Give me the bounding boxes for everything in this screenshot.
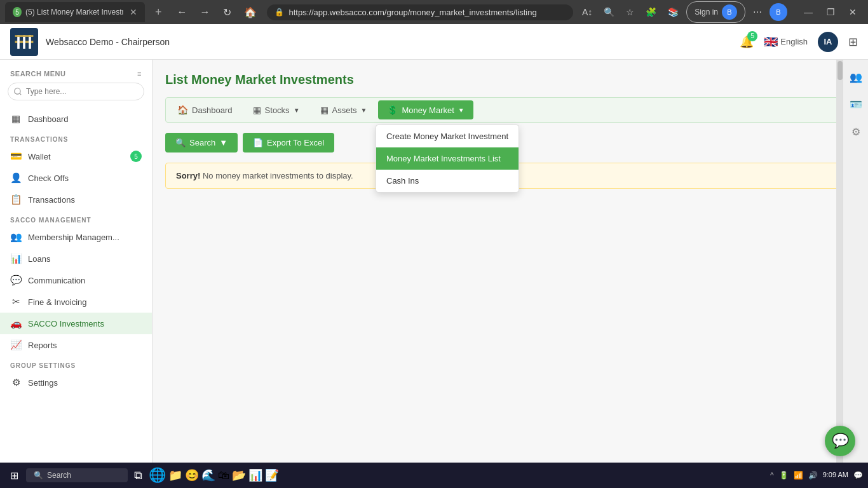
app-header: Websacco Demo - Chairperson 🔔 5 🇬🇧 Engli… bbox=[0, 24, 868, 60]
translate-button[interactable]: A↕ bbox=[578, 4, 596, 20]
support-chat-button[interactable]: 💬 bbox=[825, 426, 855, 456]
scrollbar-track[interactable] bbox=[836, 60, 843, 488]
browser-tab[interactable]: 5 (5) List Money Market Investmen ✕ bbox=[5, 2, 145, 22]
checkoffs-icon: 👤 bbox=[10, 172, 22, 184]
sacco-investments-label: SACCO Investments bbox=[28, 319, 142, 329]
taskbar-files-icon[interactable]: 📁 bbox=[168, 468, 182, 482]
taskbar-search-label: Search bbox=[47, 471, 71, 480]
taskbar-edge-icon[interactable]: 🌊 bbox=[201, 468, 215, 482]
maximize-button[interactable]: ❐ bbox=[820, 4, 841, 20]
browser-actions: A↕ 🔍 ☆ 🧩 📚 Sign in B ⋯ B bbox=[578, 1, 787, 23]
transactions-label: Transactions bbox=[28, 195, 142, 205]
reload-button[interactable]: ↻ bbox=[218, 4, 236, 21]
loans-label: Loans bbox=[28, 254, 142, 264]
collection-button[interactable]: 📚 bbox=[664, 4, 682, 20]
sidebar-item-fine-invoicing[interactable]: ✂ Fine & Invoicing bbox=[0, 291, 152, 313]
svg-rect-3 bbox=[23, 35, 25, 49]
sidebar-item-label: Dashboard bbox=[28, 114, 142, 124]
taskbar-word-icon[interactable]: 📝 bbox=[265, 468, 279, 482]
side-panel-card-icon[interactable]: 🪪 bbox=[846, 95, 866, 114]
sidebar-item-transactions[interactable]: 📋 Transactions bbox=[0, 189, 152, 210]
side-panel-settings-icon[interactable]: ⚙ bbox=[848, 122, 864, 142]
nav-money-market[interactable]: 💲 Money Market ▼ bbox=[378, 100, 473, 119]
lang-label: English bbox=[780, 37, 808, 46]
forward-button[interactable]: → bbox=[195, 4, 215, 20]
dropdown-cash-ins[interactable]: Cash Ins bbox=[376, 170, 519, 192]
language-selector[interactable]: 🇬🇧 English bbox=[764, 35, 808, 49]
zoom-button[interactable]: 🔍 bbox=[600, 4, 618, 20]
user-initials: IA bbox=[824, 37, 832, 46]
flag-icon: 🇬🇧 bbox=[764, 35, 778, 49]
notification-badge: 5 bbox=[747, 31, 757, 41]
taskbar-right: ^ 🔋 📶 🔊 9:09 AM 💬 bbox=[770, 470, 863, 480]
taskbar-emoji-icon[interactable]: 😊 bbox=[185, 468, 199, 482]
nav-dashboard-label: Dashboard bbox=[192, 105, 233, 115]
nav-assets[interactable]: ▦ Assets ▼ bbox=[311, 100, 376, 119]
search-chevron-icon: ▼ bbox=[219, 138, 227, 147]
side-panel-users-icon[interactable]: 👥 bbox=[846, 67, 866, 87]
nav-assets-icon: ▦ bbox=[320, 105, 329, 115]
export-excel-button[interactable]: 📄 Export To Excel bbox=[243, 133, 334, 152]
taskbar-task-view[interactable]: ⧉ bbox=[130, 466, 146, 485]
dropdown-create-investment[interactable]: Create Money Market Investment bbox=[376, 125, 519, 147]
taskbar-excel-icon[interactable]: 📊 bbox=[248, 468, 262, 482]
taskbar-wifi-icon: 📶 bbox=[794, 471, 803, 480]
start-button[interactable]: ⊞ bbox=[5, 467, 24, 484]
search-input-wrap bbox=[0, 83, 152, 108]
sidebar-item-loans[interactable]: 📊 Loans bbox=[0, 248, 152, 269]
search-button[interactable]: 🔍 Search ▼ bbox=[165, 133, 238, 152]
star-button[interactable]: ☆ bbox=[622, 4, 638, 20]
sidebar-item-wallet[interactable]: 💳 Wallet 5 bbox=[0, 146, 152, 167]
group-settings-section-label: GROUP SETTINGS bbox=[0, 356, 152, 372]
settings-icon: ⚙ bbox=[10, 377, 22, 388]
window-controls: — ❐ ✕ bbox=[797, 4, 863, 20]
export-icon: 📄 bbox=[253, 138, 263, 147]
home-button[interactable]: 🏠 bbox=[239, 4, 262, 21]
nav-stocks[interactable]: ▦ Stocks ▼ bbox=[244, 100, 309, 119]
search-icon: 🔍 bbox=[175, 138, 186, 147]
search-section-title: SEARCH MENU bbox=[10, 70, 65, 78]
taskbar-search[interactable]: 🔍 Search bbox=[26, 468, 128, 482]
scrollbar-thumb[interactable] bbox=[837, 61, 843, 80]
sidebar-item-dashboard[interactable]: ▦ Dashboard bbox=[0, 108, 152, 130]
nav-stocks-label: Stocks bbox=[265, 105, 290, 115]
dropdown-investments-list[interactable]: Money Market Investments List bbox=[376, 147, 519, 170]
browser-controls: ← → ↻ 🏠 bbox=[172, 4, 262, 21]
tab-close-button[interactable]: ✕ bbox=[130, 7, 137, 17]
taskbar-chrome-icon[interactable]: 🌐 bbox=[149, 467, 166, 484]
search-input[interactable] bbox=[8, 83, 144, 100]
taskbar-folder-icon[interactable]: 📂 bbox=[232, 468, 246, 482]
new-tab-button[interactable]: + bbox=[150, 3, 167, 22]
svg-rect-2 bbox=[17, 35, 20, 49]
taskbar-notification-icon[interactable]: 💬 bbox=[853, 471, 863, 480]
taskbar-chevron-icon[interactable]: ^ bbox=[770, 471, 774, 480]
nav-dashboard-icon: 🏠 bbox=[177, 105, 188, 115]
wallet-icon: 💳 bbox=[10, 151, 22, 162]
sidebar-item-membership[interactable]: 👥 Membership Managem... bbox=[0, 226, 152, 248]
apps-grid-icon[interactable]: ⊞ bbox=[848, 35, 858, 49]
taskbar-time[interactable]: 9:09 AM bbox=[823, 470, 848, 480]
taskbar-store-icon[interactable]: 🛍 bbox=[218, 469, 229, 482]
sign-in-label: Sign in bbox=[695, 8, 718, 17]
sidebar-item-sacco-investments[interactable]: 🚗 SACCO Investments bbox=[0, 313, 152, 334]
sidebar-item-communication[interactable]: 💬 Communication bbox=[0, 269, 152, 291]
sidebar-item-reports[interactable]: 📈 Reports bbox=[0, 334, 152, 356]
extensions-button[interactable]: 🧩 bbox=[642, 4, 660, 20]
user-avatar[interactable]: IA bbox=[818, 32, 838, 52]
menu-toggle-icon[interactable]: ≡ bbox=[137, 70, 142, 78]
sidebar-item-checkoffs[interactable]: 👤 Check Offs bbox=[0, 167, 152, 189]
reports-icon: 📈 bbox=[10, 339, 22, 351]
taskbar-sound-icon: 🔊 bbox=[808, 471, 818, 480]
address-bar[interactable]: 🔒 https://app.websacco.com/group/money_m… bbox=[267, 4, 573, 20]
more-button[interactable]: ⋯ bbox=[749, 4, 766, 20]
nav-stocks-icon: ▦ bbox=[253, 105, 261, 115]
communication-label: Communication bbox=[28, 276, 142, 285]
sign-in-button[interactable]: Sign in B bbox=[686, 1, 745, 23]
nav-dashboard[interactable]: 🏠 Dashboard bbox=[168, 100, 241, 119]
notifications-button[interactable]: 🔔 5 bbox=[740, 35, 754, 49]
edge-user-icon: B bbox=[770, 3, 787, 21]
minimize-button[interactable]: — bbox=[797, 4, 819, 20]
sidebar-item-settings[interactable]: ⚙ Settings bbox=[0, 372, 152, 393]
close-button[interactable]: ✕ bbox=[843, 4, 863, 20]
back-button[interactable]: ← bbox=[172, 4, 193, 20]
